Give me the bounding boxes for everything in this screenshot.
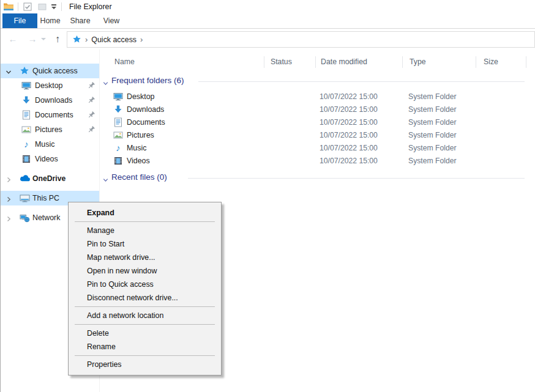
menu-separator: [75, 324, 215, 325]
file-name: Videos: [127, 155, 150, 168]
file-date-modified: 10/07/2022 15:00: [320, 142, 378, 155]
column-header-status[interactable]: Status: [271, 54, 292, 69]
sidebar-item-onedrive[interactable]: OneDrive: [1, 171, 99, 186]
file-type: System Folder: [408, 142, 457, 155]
file-row-pictures[interactable]: Pictures 10/07/2022 15:00 System Folder: [100, 129, 535, 142]
breadcrumb-location[interactable]: Quick access: [91, 35, 137, 44]
column-header-size[interactable]: Size: [484, 54, 498, 69]
new-folder-icon[interactable]: [37, 1, 48, 12]
up-arrow-icon[interactable]: ↑: [51, 29, 64, 49]
group-header-label: Frequent folders (6): [111, 76, 184, 85]
titlebar-separator: [18, 2, 18, 11]
menu-separator: [75, 221, 215, 222]
menu-item-pin-to-start[interactable]: Pin to Start: [69, 237, 221, 251]
sidebar-item-downloads[interactable]: Downloads: [1, 93, 99, 108]
file-name: Music: [127, 142, 146, 155]
sidebar-item-videos[interactable]: Videos: [1, 152, 99, 166]
file-row-videos[interactable]: Videos 10/07/2022 15:00 System Folder: [100, 155, 535, 168]
address-bar[interactable]: › Quick access ›: [67, 31, 535, 48]
chevron-right-icon[interactable]: [5, 194, 12, 202]
menu-item-delete[interactable]: Delete: [69, 327, 221, 340]
computer-icon: [20, 193, 29, 203]
pin-icon: [87, 96, 95, 105]
quick-access-star-icon: [72, 35, 81, 44]
column-header-name[interactable]: Name: [114, 54, 135, 69]
file-row-music[interactable]: ♪ Music 10/07/2022 15:00 System Folder: [100, 142, 535, 155]
chevron-down-icon[interactable]: [102, 175, 109, 182]
column-divider[interactable]: [264, 56, 264, 68]
column-header-date-modified[interactable]: Date modified: [321, 54, 367, 69]
group-header-rule: [188, 178, 525, 179]
document-icon: [21, 110, 31, 120]
sidebar-item-pictures[interactable]: Pictures: [1, 122, 99, 137]
group-header-recent-files[interactable]: Recent files (0): [100, 172, 535, 183]
file-date-modified: 10/07/2022 15:00: [320, 155, 378, 168]
quick-access-star-icon: [20, 66, 29, 76]
column-divider[interactable]: [402, 56, 403, 68]
file-name: Pictures: [127, 129, 154, 142]
sidebar-item-label: Documents: [35, 108, 73, 122]
explorer-folder-icon: [3, 1, 14, 12]
desktop-monitor-icon: [21, 81, 31, 91]
film-icon: [21, 154, 31, 164]
qat-customize-dropdown-icon[interactable]: [50, 4, 58, 9]
column-divider[interactable]: [315, 56, 316, 68]
file-explorer-window: File Explorer File Home Share View ← → ↑…: [0, 0, 535, 392]
window-title: File Explorer: [69, 2, 112, 11]
menu-item-map-network-drive[interactable]: Map network drive...: [69, 251, 221, 264]
column-divider[interactable]: [476, 56, 476, 68]
menu-item-add-a-network-location[interactable]: Add a network location: [69, 309, 221, 322]
sidebar-item-label: Network: [32, 210, 60, 225]
file-date-modified: 10/07/2022 15:00: [320, 103, 378, 116]
menu-item-expand[interactable]: Expand: [69, 206, 221, 220]
sidebar-item-music[interactable]: ♪ Music: [1, 137, 99, 152]
file-name: Documents: [127, 116, 165, 129]
group-header-rule: [198, 81, 525, 82]
chevron-right-icon[interactable]: [5, 175, 12, 182]
pin-icon: [87, 111, 95, 119]
sidebar-item-desktop[interactable]: Desktop: [1, 78, 99, 93]
menu-separator: [75, 306, 215, 307]
sidebar-item-label: Quick access: [32, 64, 78, 78]
file-row-desktop[interactable]: Desktop 10/07/2022 15:00 System Folder: [100, 91, 535, 103]
chevron-down-icon[interactable]: [5, 67, 12, 75]
file-type: System Folder: [408, 91, 457, 103]
tab-home[interactable]: Home: [36, 13, 64, 28]
chevron-down-icon[interactable]: [102, 78, 109, 85]
chevron-right-icon[interactable]: [5, 214, 12, 221]
download-arrow-icon: [21, 95, 31, 105]
onedrive-cloud-icon: [20, 174, 29, 183]
group-header-frequent-folders[interactable]: Frequent folders (6): [100, 76, 535, 87]
sidebar-item-documents[interactable]: Documents: [1, 108, 99, 122]
forward-arrow-icon[interactable]: →: [25, 29, 40, 49]
menu-item-rename[interactable]: Rename: [69, 340, 221, 353]
back-arrow-icon[interactable]: ←: [6, 29, 20, 49]
download-arrow-icon: [113, 105, 123, 114]
group-header-label: Recent files (0): [111, 172, 167, 182]
file-row-downloads[interactable]: Downloads 10/07/2022 15:00 System Folder: [100, 103, 535, 116]
menu-item-manage[interactable]: Manage: [69, 224, 221, 237]
pin-icon: [87, 81, 95, 90]
file-type: System Folder: [408, 129, 457, 142]
breadcrumb-chevron-icon[interactable]: ›: [140, 32, 143, 47]
file-name: Desktop: [127, 91, 154, 103]
tab-share[interactable]: Share: [66, 13, 94, 28]
menu-item-pin-to-quick-access[interactable]: Pin to Quick access: [69, 278, 221, 291]
picture-icon: [21, 125, 31, 135]
menu-item-disconnect-network-drive[interactable]: Disconnect network drive...: [69, 291, 221, 305]
breadcrumb-chevron-icon: ›: [85, 32, 88, 47]
sidebar-item-quick-access[interactable]: Quick access: [1, 64, 99, 78]
file-date-modified: 10/07/2022 15:00: [320, 129, 378, 142]
menu-item-properties[interactable]: Properties: [69, 358, 221, 371]
recent-locations-dropdown-icon[interactable]: [39, 29, 48, 49]
menu-separator: [75, 355, 215, 356]
properties-checkbox-icon[interactable]: [22, 1, 33, 12]
file-row-documents[interactable]: Documents 10/07/2022 15:00 System Folder: [100, 116, 535, 129]
file-type: System Folder: [408, 116, 457, 129]
sidebar-item-label: Pictures: [35, 122, 62, 137]
tab-file[interactable]: File: [2, 13, 37, 28]
column-divider[interactable]: [526, 56, 526, 68]
menu-item-open-in-new-window[interactable]: Open in new window: [69, 264, 221, 278]
tab-view[interactable]: View: [97, 13, 125, 28]
column-header-type[interactable]: Type: [410, 54, 426, 69]
